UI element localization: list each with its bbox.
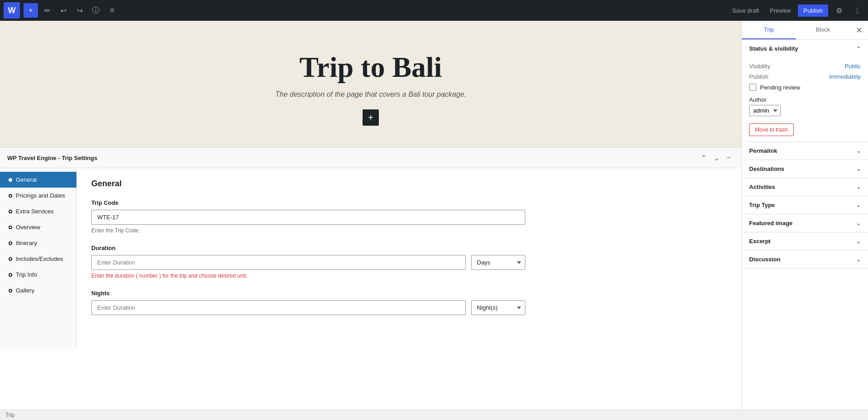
nav-label-overview: Overview bbox=[16, 224, 40, 231]
pending-review-label: Pending review bbox=[760, 84, 800, 91]
permalink-header[interactable]: Permalink ⌄ bbox=[742, 142, 868, 160]
save-draft-button[interactable]: Save draft bbox=[729, 5, 763, 16]
author-label: Author bbox=[749, 96, 861, 103]
collapse-panel-button[interactable]: − bbox=[723, 152, 734, 163]
page-description: The description of the page that covers … bbox=[275, 90, 466, 99]
section-trip-type: Trip Type ⌄ bbox=[742, 196, 868, 214]
more-options-button[interactable]: ⋮ bbox=[850, 3, 864, 18]
visibility-value[interactable]: Public bbox=[845, 63, 861, 70]
duration-group: Duration Days Weeks Months Enter the dur… bbox=[91, 245, 727, 279]
sidebar-item-trip-info[interactable]: Trip Info bbox=[0, 267, 76, 283]
hero-section: Trip to Bali The description of the page… bbox=[0, 21, 741, 147]
sidebar-item-pricings-and-dates[interactable]: Pricings and Dates bbox=[0, 188, 76, 203]
publish-row: Publish Immediately bbox=[749, 73, 861, 80]
publish-button[interactable]: Publish bbox=[798, 5, 828, 17]
section-activities: Activities ⌄ bbox=[742, 178, 868, 196]
discussion-label: Discussion bbox=[749, 256, 780, 263]
publish-value[interactable]: Immediately bbox=[829, 73, 861, 80]
nav-dot bbox=[9, 226, 12, 229]
redo-button[interactable]: ↪ bbox=[72, 3, 87, 18]
sidebar-tabs: Trip Block ✕ bbox=[742, 21, 868, 40]
section-destinations: Destinations ⌄ bbox=[742, 160, 868, 178]
sidebar-close-button[interactable]: ✕ bbox=[850, 21, 868, 39]
general-content: General Trip Code Enter the Trip Code. D… bbox=[77, 168, 741, 349]
sidebar-item-overview[interactable]: Overview bbox=[0, 219, 76, 235]
tab-block[interactable]: Block bbox=[796, 21, 850, 39]
duration-row: Days Weeks Months bbox=[91, 255, 525, 270]
hero-add-button[interactable]: + bbox=[363, 109, 379, 126]
discussion-header[interactable]: Discussion ⌄ bbox=[742, 250, 868, 268]
visibility-row: Visibility Public bbox=[749, 63, 861, 70]
excerpt-header[interactable]: Excerpt ⌄ bbox=[742, 232, 868, 250]
duration-hint: Enter the duration ( number ) for the tr… bbox=[91, 273, 727, 279]
pending-review-checkbox[interactable] bbox=[749, 84, 756, 91]
nav-dot bbox=[9, 194, 12, 198]
trip-code-group: Trip Code Enter the Trip Code. bbox=[91, 199, 727, 234]
status-label: Trip bbox=[5, 412, 14, 418]
nights-input[interactable] bbox=[91, 300, 466, 315]
nav-dot bbox=[9, 289, 12, 293]
trip-settings-controls: ⌃ ⌄ − bbox=[698, 152, 734, 163]
toolbar-right: Save draft Preview Publish ⚙ ⋮ bbox=[729, 3, 864, 18]
nav-dot bbox=[9, 178, 12, 182]
trip-code-label: Trip Code bbox=[91, 199, 727, 206]
trip-settings-body: General Pricings and Dates Extra Service… bbox=[0, 168, 741, 349]
page-title: Trip to Bali bbox=[299, 52, 442, 83]
featured-image-header[interactable]: Featured image ⌄ bbox=[742, 214, 868, 232]
trip-nav: General Pricings and Dates Extra Service… bbox=[0, 168, 77, 349]
toolbar: W + ✏ ↩ ↪ ⓘ ≡ Save draft Preview Publish… bbox=[0, 0, 868, 21]
chevron-down-icon: ⌄ bbox=[856, 166, 861, 172]
permalink-label: Permalink bbox=[749, 147, 777, 154]
chevron-down-icon: ⌄ bbox=[856, 184, 861, 190]
trip-settings-header[interactable]: WP Travel Engine - Trip Settings ⌃ ⌄ − bbox=[0, 148, 741, 168]
sidebar-item-gallery[interactable]: Gallery bbox=[0, 283, 76, 298]
tab-trip[interactable]: Trip bbox=[742, 21, 796, 39]
list-view-button[interactable]: ≡ bbox=[105, 3, 119, 18]
sidebar-item-itinerary[interactable]: Itinerary bbox=[0, 235, 76, 251]
main-layout: Trip to Bali The description of the page… bbox=[0, 21, 868, 420]
info-button[interactable]: ⓘ bbox=[89, 3, 103, 18]
wp-logo[interactable]: W bbox=[4, 2, 20, 19]
trip-code-input[interactable] bbox=[91, 210, 525, 225]
nights-label: Nights bbox=[91, 290, 727, 297]
publish-label: Publish bbox=[749, 73, 769, 80]
destinations-header[interactable]: Destinations ⌄ bbox=[742, 160, 868, 178]
chevron-down-icon: ⌄ bbox=[856, 238, 861, 245]
move-to-trash-button[interactable]: Move to trash bbox=[749, 123, 794, 136]
nav-label-extra-services: Extra Services bbox=[16, 208, 54, 215]
nav-label-general: General bbox=[16, 176, 37, 183]
nights-row: Night(s) Days Weeks bbox=[91, 300, 525, 315]
nav-dot bbox=[9, 241, 12, 245]
sidebar-item-extra-services[interactable]: Extra Services bbox=[0, 203, 76, 219]
nav-dot bbox=[9, 273, 12, 277]
chevron-up-icon: ⌃ bbox=[856, 46, 861, 52]
undo-button[interactable]: ↩ bbox=[56, 3, 71, 18]
author-select[interactable]: admin bbox=[749, 105, 781, 116]
collapse-up-button[interactable]: ⌃ bbox=[698, 152, 709, 163]
status-visibility-body: Visibility Public Publish Immediately Pe… bbox=[742, 57, 868, 142]
visibility-label: Visibility bbox=[749, 63, 770, 70]
duration-label: Duration bbox=[91, 245, 727, 251]
nav-dot bbox=[9, 257, 12, 261]
add-block-button[interactable]: + bbox=[24, 3, 38, 18]
settings-button[interactable]: ⚙ bbox=[832, 3, 846, 18]
status-bar: Trip bbox=[0, 410, 868, 420]
author-row: Author admin bbox=[749, 96, 861, 116]
sidebar-item-includes-excludes[interactable]: Includes/Excludes bbox=[0, 251, 76, 267]
nav-label-itinerary: Itinerary bbox=[16, 240, 37, 246]
nav-label-pricings: Pricings and Dates bbox=[16, 192, 65, 199]
edit-button[interactable]: ✏ bbox=[40, 3, 54, 18]
collapse-down-button[interactable]: ⌄ bbox=[711, 152, 722, 163]
section-featured-image: Featured image ⌄ bbox=[742, 214, 868, 232]
preview-button[interactable]: Preview bbox=[766, 5, 794, 16]
duration-unit-select[interactable]: Days Weeks Months bbox=[471, 255, 525, 270]
trip-type-header[interactable]: Trip Type ⌄ bbox=[742, 196, 868, 214]
nights-unit-select[interactable]: Night(s) Days Weeks bbox=[471, 300, 525, 315]
nav-label-trip-info: Trip Info bbox=[16, 271, 37, 278]
duration-input[interactable] bbox=[91, 255, 466, 270]
status-visibility-header[interactable]: Status & visibility ⌃ bbox=[742, 40, 868, 57]
sidebar-item-general[interactable]: General bbox=[0, 172, 76, 188]
activities-header[interactable]: Activities ⌄ bbox=[742, 178, 868, 196]
excerpt-label: Excerpt bbox=[749, 238, 771, 245]
activities-label: Activities bbox=[749, 184, 775, 190]
